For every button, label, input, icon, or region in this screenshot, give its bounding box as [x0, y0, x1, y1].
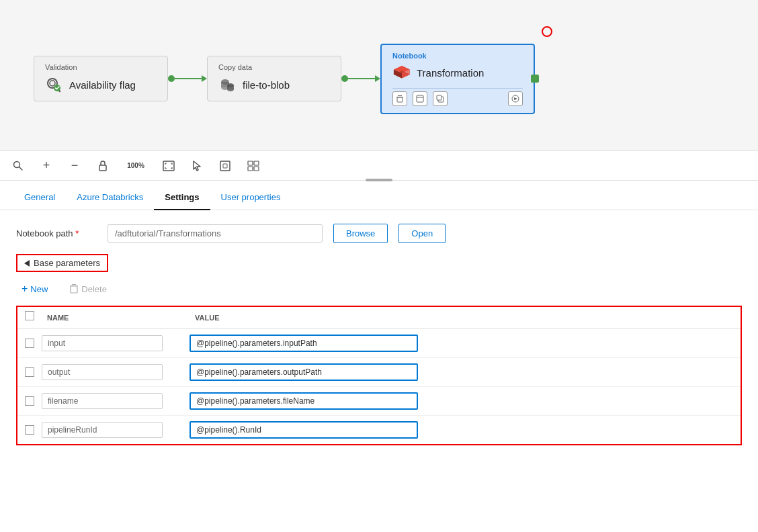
- table-header-row: NAME VALUE: [17, 307, 741, 329]
- svg-rect-32: [254, 167, 259, 171]
- browse-button[interactable]: Browse: [333, 224, 388, 243]
- notebook-content: Transformation: [392, 64, 523, 83]
- settings-tabs: General Azure Databricks Settings User p…: [0, 181, 758, 210]
- name-column-header: NAME: [42, 311, 190, 324]
- header-checkbox-col: [17, 311, 42, 324]
- notebook-activity[interactable]: Notebook Transformation: [380, 44, 535, 114]
- svg-rect-20: [437, 95, 441, 100]
- delete-parameter-button[interactable]: Delete: [64, 281, 112, 297]
- notebook-activity-wrapper: Notebook Transformation: [380, 44, 535, 114]
- row-4-checkbox[interactable]: [25, 425, 34, 435]
- copy-data-icon: [218, 75, 237, 94]
- notebook-path-row: Notebook path * Browse Open: [16, 224, 742, 243]
- svg-rect-30: [254, 161, 259, 165]
- connector-line-1: [175, 78, 202, 79]
- row-2-value-input[interactable]: [190, 363, 418, 381]
- row-3-value-cell: [190, 392, 741, 410]
- tab-general[interactable]: General: [13, 185, 66, 210]
- validation-content: Availability flag: [45, 75, 157, 94]
- copy-activity[interactable]: Copy data file-to-blob: [207, 56, 341, 101]
- row-2-name-cell: [42, 364, 190, 380]
- search-tool-icon[interactable]: [11, 159, 26, 173]
- validation-activity[interactable]: Validation Availability flag: [34, 56, 168, 101]
- svg-rect-34: [72, 284, 76, 285]
- base-parameters-label: Base parameters: [34, 258, 100, 268]
- required-star: *: [75, 228, 79, 238]
- row-2-checkbox-cell: [17, 367, 42, 377]
- pointer-tool-icon[interactable]: [190, 159, 204, 173]
- validation-activity-wrapper: Validation Availability flag: [34, 56, 168, 101]
- copy-activity-wrapper: Copy data file-to-blob: [207, 56, 341, 101]
- pipeline-canvas: Validation Availability flag: [0, 0, 758, 151]
- svg-line-23: [19, 167, 23, 170]
- zoom-100-icon[interactable]: 100%: [124, 159, 148, 173]
- params-action-bar: + New Delete: [16, 280, 742, 298]
- svg-rect-29: [248, 161, 253, 165]
- row-4-name-input[interactable]: [42, 422, 163, 438]
- notebook-name: Transformation: [417, 67, 484, 79]
- connector-2: [341, 75, 380, 82]
- row-3-checkbox[interactable]: [25, 396, 34, 406]
- trash-icon: [69, 283, 79, 294]
- svg-rect-17: [417, 95, 423, 102]
- tab-user-properties[interactable]: User properties: [210, 185, 292, 210]
- row-3-value-input[interactable]: [190, 392, 418, 410]
- lock-tool-icon[interactable]: [95, 159, 110, 173]
- connector-dot-2: [341, 75, 348, 82]
- row-3-checkbox-cell: [17, 396, 42, 406]
- svg-rect-31: [248, 167, 253, 171]
- notebook-output-handle: [531, 75, 539, 83]
- parameters-table: NAME VALUE: [16, 306, 742, 445]
- delete-activity-icon[interactable]: [392, 91, 407, 106]
- new-parameter-button[interactable]: + New: [16, 280, 53, 298]
- svg-rect-25: [163, 161, 174, 171]
- resize-tool-icon[interactable]: [218, 159, 233, 173]
- pipeline-flow: Validation Availability flag: [34, 44, 535, 114]
- open-button[interactable]: Open: [398, 224, 446, 243]
- connector-1: [168, 75, 207, 82]
- base-parameters-header[interactable]: Base parameters: [16, 254, 108, 272]
- notebook-path-label: Notebook path *: [16, 228, 97, 238]
- svg-rect-16: [397, 97, 403, 102]
- subtract-tool-icon[interactable]: −: [67, 159, 82, 173]
- validation-type-label: Validation: [45, 63, 157, 71]
- collapse-handle[interactable]: [366, 179, 392, 181]
- copy-name: file-to-blob: [243, 79, 290, 91]
- view-activity-icon[interactable]: [413, 91, 427, 106]
- row-4-value-cell: [190, 421, 741, 439]
- run-activity-icon[interactable]: [508, 91, 523, 106]
- row-1-value-input[interactable]: [190, 335, 418, 352]
- selected-indicator: [542, 26, 552, 37]
- row-2-checkbox[interactable]: [25, 367, 34, 377]
- table-row: [17, 358, 741, 387]
- validation-name: Availability flag: [69, 79, 136, 91]
- settings-panel: Notebook path * Browse Open Base paramet…: [0, 210, 758, 459]
- copy-content: file-to-blob: [218, 75, 330, 94]
- table-row: [17, 416, 741, 444]
- add-tool-icon[interactable]: +: [39, 159, 54, 173]
- row-2-name-input[interactable]: [42, 364, 163, 380]
- fit-page-icon[interactable]: [161, 159, 176, 173]
- row-1-checkbox[interactable]: [25, 339, 34, 348]
- row-2-value-cell: [190, 363, 741, 381]
- svg-rect-35: [71, 286, 77, 293]
- layers-tool-icon[interactable]: [246, 159, 261, 173]
- row-3-name-input[interactable]: [42, 393, 163, 409]
- table-row: [17, 329, 741, 358]
- tab-azure-databricks[interactable]: Azure Databricks: [66, 185, 154, 210]
- canvas-toolbar: + − 100%: [0, 151, 758, 181]
- svg-point-2: [50, 81, 55, 86]
- tab-settings[interactable]: Settings: [154, 185, 210, 210]
- header-checkbox[interactable]: [25, 311, 34, 320]
- notebook-icon: [392, 64, 411, 83]
- plus-icon: +: [22, 283, 28, 295]
- notebook-path-input[interactable]: [108, 224, 323, 242]
- table-row: [17, 387, 741, 416]
- copy-type-label: Copy data: [218, 63, 330, 71]
- row-4-value-input[interactable]: [190, 421, 418, 439]
- validation-icon: [45, 75, 64, 94]
- svg-point-9: [227, 87, 234, 91]
- copy-activity-icon[interactable]: [433, 91, 448, 106]
- row-1-name-input[interactable]: [42, 335, 163, 351]
- connector-arrow-1: [202, 75, 207, 82]
